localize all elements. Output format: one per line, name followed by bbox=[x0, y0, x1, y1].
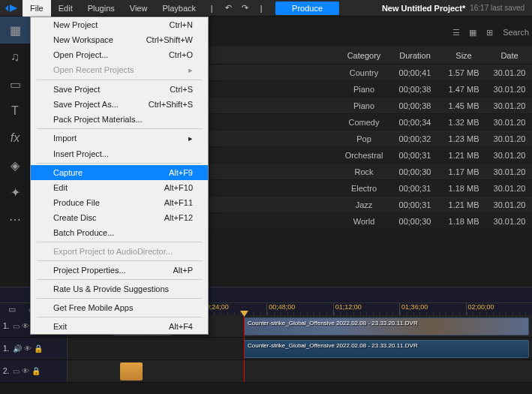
sidebar-media-icon[interactable]: ▦ bbox=[0, 17, 30, 44]
menu-produce-file[interactable]: Produce FileAlt+F11 bbox=[31, 195, 208, 210]
cell-duration: 00;00;32 bbox=[389, 134, 440, 143]
playhead bbox=[244, 338, 245, 359]
track-number: 1. bbox=[3, 322, 9, 330]
app-logo-icon bbox=[0, 0, 23, 17]
menu-batch[interactable]: Batch Produce... bbox=[31, 225, 208, 240]
col-category[interactable]: Category bbox=[338, 51, 389, 60]
menu-open-project[interactable]: Open Project...Ctrl+O bbox=[31, 47, 208, 62]
menu-properties[interactable]: Project Properties...Alt+P bbox=[31, 263, 208, 278]
menu-view[interactable]: View bbox=[122, 0, 155, 17]
track-number: 1. bbox=[3, 344, 9, 353]
track-content[interactable]: Counter-strike_Global_Offensive 2022.02.… bbox=[68, 338, 532, 359]
sidebar: ▦ ♫ ▭ T fx ◈ ✦ ⋯ bbox=[0, 17, 30, 287]
cell-date: 30.01.20 bbox=[487, 101, 532, 110]
redo-icon[interactable]: ↷ bbox=[236, 0, 253, 17]
col-date[interactable]: Date bbox=[487, 51, 532, 60]
eye-icon[interactable]: 👁 bbox=[24, 344, 32, 353]
menu-insert[interactable]: Insert Project... bbox=[31, 146, 208, 161]
menu-file[interactable]: File bbox=[23, 0, 51, 17]
menu-import[interactable]: Import▸ bbox=[31, 131, 208, 146]
playhead[interactable] bbox=[244, 315, 245, 337]
audio-track-icon[interactable]: 🔊 bbox=[13, 344, 22, 353]
ruler-tick: 00;48;00 bbox=[266, 303, 332, 315]
lock-icon[interactable]: 🔒 bbox=[34, 344, 43, 353]
list-view-icon[interactable]: ☰ bbox=[449, 26, 464, 39]
clip-video[interactable]: Counter-strike_Global_Offensive 2022.02.… bbox=[244, 317, 529, 335]
cell-category: World bbox=[338, 217, 389, 226]
lock-icon[interactable]: 🔒 bbox=[32, 367, 41, 375]
menu-pack[interactable]: Pack Project Materials... bbox=[31, 112, 208, 127]
clip-label: Counter-strike_Global_Offensive 2022.02.… bbox=[248, 342, 418, 349]
cell-size: 1.18 MB bbox=[440, 184, 487, 193]
clip-small[interactable] bbox=[120, 362, 143, 380]
sidebar-text-icon[interactable]: T bbox=[0, 98, 30, 125]
cell-duration: 00;00;41 bbox=[389, 68, 440, 77]
menu-export-audio: Export Project to AudioDirector... bbox=[31, 244, 208, 259]
cell-size: 1.18 MB bbox=[440, 217, 487, 226]
produce-button[interactable]: Produce bbox=[275, 2, 339, 15]
video-track-icon[interactable]: ▭ bbox=[13, 367, 20, 375]
menu-save-project[interactable]: Save ProjectCtrl+S bbox=[31, 82, 208, 97]
menu-capture[interactable]: CaptureAlt+F9 bbox=[31, 165, 208, 180]
cell-category: Pop bbox=[338, 134, 389, 143]
detail-view-icon[interactable]: ⊞ bbox=[482, 26, 497, 39]
menu-rate[interactable]: Rate Us & Provide Suggestions bbox=[31, 281, 208, 296]
sidebar-image-icon[interactable]: ▭ bbox=[0, 71, 30, 98]
track-content[interactable] bbox=[68, 360, 532, 382]
menu-playback[interactable]: Playback bbox=[155, 0, 203, 17]
menu-separator bbox=[37, 128, 202, 129]
track-display-icon[interactable]: ▭ bbox=[5, 304, 20, 314]
cell-duration: 00;00;30 bbox=[389, 167, 440, 176]
menu-mobile[interactable]: Get Free Mobile Apps bbox=[31, 300, 208, 315]
sidebar-particle-icon[interactable]: ✦ bbox=[0, 179, 30, 206]
eye-icon[interactable]: 👁 bbox=[22, 322, 29, 330]
sidebar-fx-icon[interactable]: fx bbox=[0, 125, 30, 152]
cell-category: Piano bbox=[338, 101, 389, 110]
clip-audio[interactable]: Counter-strike_Global_Offensive 2022.02.… bbox=[244, 340, 529, 358]
project-name: New Untitled Project* bbox=[382, 4, 465, 13]
menu-edit[interactable]: Edit bbox=[51, 0, 80, 17]
grid-view-icon[interactable]: ▦ bbox=[465, 26, 480, 39]
ruler-tick: 00;24;00 bbox=[200, 303, 266, 315]
search-label[interactable]: Search bbox=[503, 28, 529, 37]
cell-category: Electro bbox=[338, 184, 389, 193]
undo-icon[interactable]: ↶ bbox=[220, 0, 236, 17]
menu-separator bbox=[37, 260, 202, 261]
video-track-2: 2. ▭ 👁 🔒 bbox=[0, 360, 532, 383]
track-head: 1. 🔊 👁 🔒 bbox=[0, 338, 68, 359]
cell-date: 30.01.20 bbox=[487, 118, 532, 127]
cell-duration: 00;00;38 bbox=[389, 85, 440, 94]
cell-size: 1.47 MB bbox=[440, 85, 487, 94]
menu-save-as[interactable]: Save Project As...Ctrl+Shift+S bbox=[31, 97, 208, 112]
cell-category: Jazz bbox=[338, 200, 389, 209]
menu-open-recent: Open Recent Projects▸ bbox=[31, 62, 208, 78]
sidebar-more-icon[interactable]: ⋯ bbox=[0, 206, 30, 233]
track-number: 2. bbox=[3, 367, 9, 375]
menu-new-workspace[interactable]: New WorkspaceCtrl+Shift+W bbox=[31, 32, 208, 47]
sidebar-audio-icon[interactable]: ♫ bbox=[0, 44, 30, 71]
col-duration[interactable]: Duration bbox=[389, 51, 440, 60]
menu-plugins[interactable]: Plugins bbox=[80, 0, 122, 17]
cell-duration: 00;00;38 bbox=[389, 101, 440, 110]
cell-date: 30.01.20 bbox=[487, 151, 532, 160]
cell-date: 30.01.20 bbox=[487, 85, 532, 94]
cell-size: 1.21 MB bbox=[440, 151, 487, 160]
cell-size: 1.32 MB bbox=[440, 118, 487, 127]
video-track-icon[interactable]: ▭ bbox=[13, 322, 20, 330]
menu-new-project[interactable]: New ProjectCtrl+N bbox=[31, 17, 208, 32]
menu-edit-item[interactable]: EditAlt+F10 bbox=[31, 180, 208, 195]
divider: | bbox=[203, 0, 220, 17]
menu-create-disc[interactable]: Create DiscAlt+F12 bbox=[31, 210, 208, 225]
ruler-tick: 01;12;00 bbox=[333, 303, 399, 315]
cell-size: 1.17 MB bbox=[440, 167, 487, 176]
cell-duration: 00;00;31 bbox=[389, 200, 440, 209]
eye-icon[interactable]: 👁 bbox=[22, 367, 29, 375]
sidebar-overlay-icon[interactable]: ◈ bbox=[0, 152, 30, 179]
cell-duration: 00;00;34 bbox=[389, 118, 440, 127]
view-toolbar: ☰ ▦ ⊞ Search bbox=[449, 26, 529, 39]
menu-separator bbox=[37, 80, 202, 80]
menu-separator bbox=[37, 298, 202, 299]
cell-date: 30.01.20 bbox=[487, 167, 532, 176]
col-size[interactable]: Size bbox=[440, 51, 487, 60]
menu-exit[interactable]: ExitAlt+F4 bbox=[31, 319, 208, 334]
